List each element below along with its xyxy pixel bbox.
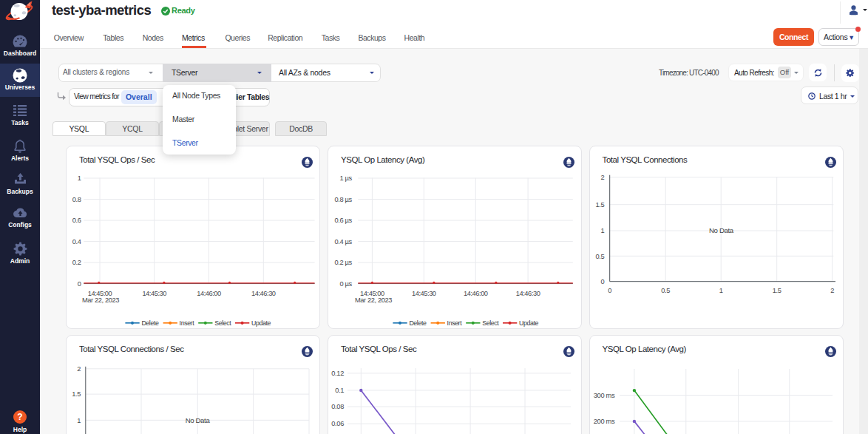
svg-text:0.8: 0.8 <box>72 196 81 203</box>
svg-text:0: 0 <box>608 287 611 294</box>
svg-text:1 µs: 1 µs <box>339 174 352 182</box>
svg-text:2: 2 <box>600 174 604 181</box>
svg-text:0: 0 <box>78 280 81 288</box>
svg-text:Delete: Delete <box>141 319 159 327</box>
svg-text:0.4: 0.4 <box>72 238 81 245</box>
svg-text:1: 1 <box>719 287 722 294</box>
svg-text:Delete: Delete <box>409 319 427 327</box>
svg-text:14:46:30: 14:46:30 <box>251 290 276 297</box>
svg-text:Select: Select <box>482 319 499 327</box>
svg-text:0.6 µs: 0.6 µs <box>334 217 352 224</box>
svg-text:2: 2 <box>77 365 81 373</box>
svg-text:Update: Update <box>519 319 538 327</box>
svg-text:0.08: 0.08 <box>331 403 344 410</box>
svg-text:0 µs: 0 µs <box>339 280 352 288</box>
svg-text:Select: Select <box>214 319 231 327</box>
svg-text:1: 1 <box>77 417 81 424</box>
svg-text:2: 2 <box>830 287 834 294</box>
svg-text:Mar 22, 2023: Mar 22, 2023 <box>82 296 119 304</box>
svg-text:0.6: 0.6 <box>72 217 81 224</box>
svg-text:1.5: 1.5 <box>772 287 781 294</box>
svg-text:14:46:00: 14:46:00 <box>197 290 221 297</box>
svg-text:0.1: 0.1 <box>335 387 344 394</box>
svg-text:0.2 µs: 0.2 µs <box>334 259 352 266</box>
svg-text:0: 0 <box>600 278 604 285</box>
svg-text:1.5: 1.5 <box>595 201 604 208</box>
svg-text:0.5: 0.5 <box>595 253 604 260</box>
svg-text:0.2: 0.2 <box>72 259 81 266</box>
svg-text:1: 1 <box>78 174 81 182</box>
svg-text:300 ms: 300 ms <box>593 392 614 399</box>
svg-text:No Data: No Data <box>709 226 734 234</box>
svg-text:No Data: No Data <box>186 416 211 424</box>
svg-text:0.5: 0.5 <box>661 287 670 294</box>
svg-text:Insert: Insert <box>447 319 463 327</box>
svg-text:14:46:30: 14:46:30 <box>516 290 540 297</box>
svg-text:1.5: 1.5 <box>72 390 81 398</box>
svg-text:1: 1 <box>600 227 604 234</box>
svg-text:0.06: 0.06 <box>331 420 344 427</box>
svg-text:0.4 µs: 0.4 µs <box>334 238 352 245</box>
svg-text:200 ms: 200 ms <box>593 418 614 425</box>
svg-text:0.8 µs: 0.8 µs <box>334 196 352 203</box>
svg-text:Mar 22, 2023: Mar 22, 2023 <box>355 296 392 304</box>
svg-text:Update: Update <box>251 319 271 327</box>
svg-text:14:45:30: 14:45:30 <box>412 290 436 297</box>
svg-text:Insert: Insert <box>180 319 195 327</box>
svg-text:14:46:00: 14:46:00 <box>464 290 488 297</box>
svg-text:0.12: 0.12 <box>331 370 344 377</box>
svg-text:14:45:30: 14:45:30 <box>142 290 166 297</box>
